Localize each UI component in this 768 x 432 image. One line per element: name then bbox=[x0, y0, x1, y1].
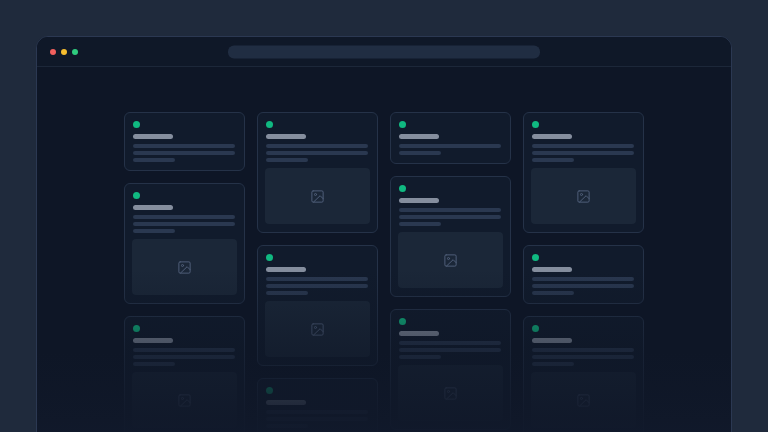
title-skeleton bbox=[266, 267, 306, 272]
text-line-skeleton bbox=[532, 158, 574, 162]
card-column-1 bbox=[124, 112, 245, 432]
text-line-skeleton bbox=[266, 417, 368, 421]
card[interactable] bbox=[124, 316, 245, 432]
text-line-skeleton bbox=[399, 208, 501, 212]
card[interactable] bbox=[390, 176, 511, 297]
text-line-skeleton bbox=[532, 284, 634, 288]
text-line-skeleton bbox=[133, 355, 235, 359]
card-column-2 bbox=[257, 112, 378, 432]
status-dot bbox=[133, 325, 140, 332]
card-column-4 bbox=[523, 112, 644, 432]
page-content bbox=[37, 67, 731, 432]
image-placeholder bbox=[265, 168, 370, 224]
image-icon bbox=[443, 253, 458, 268]
image-icon bbox=[177, 393, 192, 408]
title-skeleton bbox=[532, 338, 572, 343]
image-icon bbox=[177, 260, 192, 275]
url-bar[interactable] bbox=[228, 45, 540, 58]
browser-title-bar bbox=[37, 37, 731, 67]
image-icon bbox=[443, 386, 458, 401]
image-icon bbox=[576, 393, 591, 408]
title-skeleton bbox=[133, 134, 173, 139]
text-line-skeleton bbox=[399, 151, 441, 155]
title-skeleton bbox=[532, 267, 572, 272]
card[interactable] bbox=[257, 112, 378, 233]
status-dot bbox=[399, 121, 406, 128]
card[interactable] bbox=[124, 183, 245, 304]
text-line-skeleton bbox=[266, 424, 308, 428]
text-line-skeleton bbox=[266, 158, 308, 162]
image-placeholder bbox=[531, 372, 636, 428]
text-line-skeleton bbox=[399, 341, 501, 345]
card-column-3 bbox=[390, 112, 511, 432]
title-skeleton bbox=[266, 400, 306, 405]
browser-window bbox=[36, 36, 732, 432]
text-line-skeleton bbox=[532, 355, 634, 359]
image-placeholder bbox=[265, 301, 370, 357]
status-dot bbox=[399, 185, 406, 192]
text-line-skeleton bbox=[133, 222, 235, 226]
image-icon bbox=[576, 189, 591, 204]
title-skeleton bbox=[399, 134, 439, 139]
text-line-skeleton bbox=[133, 229, 175, 233]
card[interactable] bbox=[257, 245, 378, 366]
card[interactable] bbox=[523, 245, 644, 304]
text-line-skeleton bbox=[266, 410, 368, 414]
text-line-skeleton bbox=[266, 284, 368, 288]
text-line-skeleton bbox=[532, 277, 634, 281]
minimize-button[interactable] bbox=[61, 49, 67, 55]
text-line-skeleton bbox=[399, 144, 501, 148]
text-line-skeleton bbox=[133, 144, 235, 148]
text-line-skeleton bbox=[133, 348, 235, 352]
status-dot bbox=[266, 254, 273, 261]
image-placeholder bbox=[132, 372, 237, 428]
text-line-skeleton bbox=[399, 222, 441, 226]
status-dot bbox=[399, 318, 406, 325]
text-line-skeleton bbox=[266, 291, 308, 295]
status-dot bbox=[266, 121, 273, 128]
text-line-skeleton bbox=[266, 151, 368, 155]
zoom-button[interactable] bbox=[72, 49, 78, 55]
text-line-skeleton bbox=[399, 215, 501, 219]
status-dot bbox=[532, 254, 539, 261]
title-skeleton bbox=[133, 205, 173, 210]
title-skeleton bbox=[133, 338, 173, 343]
text-line-skeleton bbox=[266, 277, 368, 281]
traffic-lights bbox=[50, 49, 78, 55]
text-line-skeleton bbox=[133, 151, 235, 155]
card[interactable] bbox=[523, 316, 644, 432]
text-line-skeleton bbox=[532, 348, 634, 352]
image-placeholder bbox=[398, 365, 503, 421]
text-line-skeleton bbox=[532, 362, 574, 366]
text-line-skeleton bbox=[133, 158, 175, 162]
status-dot bbox=[532, 121, 539, 128]
desktop-background bbox=[0, 0, 768, 432]
status-dot bbox=[133, 121, 140, 128]
text-line-skeleton bbox=[133, 362, 175, 366]
text-line-skeleton bbox=[266, 144, 368, 148]
text-line-skeleton bbox=[532, 144, 634, 148]
text-line-skeleton bbox=[532, 291, 574, 295]
card[interactable] bbox=[390, 112, 511, 164]
close-button[interactable] bbox=[50, 49, 56, 55]
title-skeleton bbox=[532, 134, 572, 139]
text-line-skeleton bbox=[532, 151, 634, 155]
title-skeleton bbox=[399, 198, 439, 203]
status-dot bbox=[532, 325, 539, 332]
image-placeholder bbox=[398, 232, 503, 288]
card[interactable] bbox=[124, 112, 245, 171]
title-skeleton bbox=[266, 134, 306, 139]
text-line-skeleton bbox=[399, 355, 441, 359]
text-line-skeleton bbox=[399, 348, 501, 352]
image-icon bbox=[310, 322, 325, 337]
image-placeholder bbox=[531, 168, 636, 224]
card[interactable] bbox=[390, 309, 511, 430]
status-dot bbox=[266, 387, 273, 394]
image-placeholder bbox=[132, 239, 237, 295]
title-skeleton bbox=[399, 331, 439, 336]
card[interactable] bbox=[257, 378, 378, 432]
status-dot bbox=[133, 192, 140, 199]
card[interactable] bbox=[523, 112, 644, 233]
image-icon bbox=[310, 189, 325, 204]
text-line-skeleton bbox=[133, 215, 235, 219]
